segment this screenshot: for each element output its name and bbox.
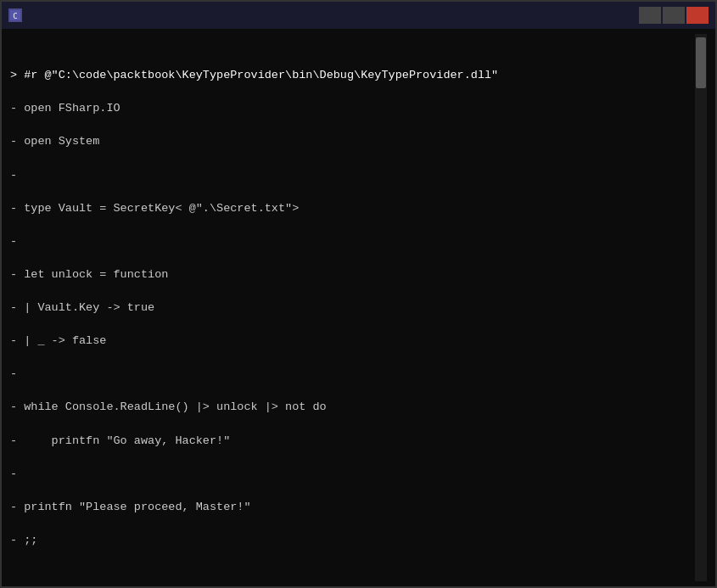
- terminal-line: -: [10, 167, 695, 184]
- terminal-line: - type Vault = SecretKey< @".\Secret.txt…: [10, 200, 695, 217]
- terminal-line: - open System: [10, 133, 695, 150]
- title-bar: C: [2, 2, 715, 29]
- terminal-line: - ;;: [10, 532, 695, 549]
- restore-button[interactable]: [663, 7, 685, 24]
- terminal-line: - open FSharp.IO: [10, 100, 695, 117]
- terminal-line: - let unlock = function: [10, 266, 695, 283]
- terminal[interactable]: > #r @"C:\code\packtbook\KeyTypeProvider…: [2, 29, 715, 586]
- svg-text:C: C: [13, 12, 17, 20]
- scrollbar-thumb[interactable]: [696, 37, 706, 88]
- terminal-line: -: [10, 233, 695, 250]
- minimize-button[interactable]: [639, 7, 661, 24]
- title-bar-controls: [639, 7, 709, 24]
- terminal-line: > #r @"C:\code\packtbook\KeyTypeProvider…: [10, 67, 695, 84]
- terminal-line: - printfn "Please proceed, Master!": [10, 499, 695, 516]
- scrollbar[interactable]: [695, 34, 707, 581]
- terminal-line: - | Vault.Key -> true: [10, 300, 695, 316]
- terminal-line: - printfn "Go away, Hacker!": [10, 433, 695, 450]
- app-icon: C: [8, 8, 22, 22]
- terminal-line: - while Console.ReadLine() |> unlock |> …: [10, 399, 695, 416]
- close-button[interactable]: [686, 7, 709, 24]
- terminal-line: - | _ -> false: [10, 333, 695, 350]
- terminal-content: > #r @"C:\code\packtbook\KeyTypeProvider…: [10, 34, 695, 581]
- terminal-line: -: [10, 466, 695, 483]
- terminal-line: -: [10, 366, 695, 383]
- main-window: C > #r @"C:\code\packtbook\KeyTypeProvid…: [0, 0, 717, 588]
- title-bar-left: C: [8, 8, 27, 22]
